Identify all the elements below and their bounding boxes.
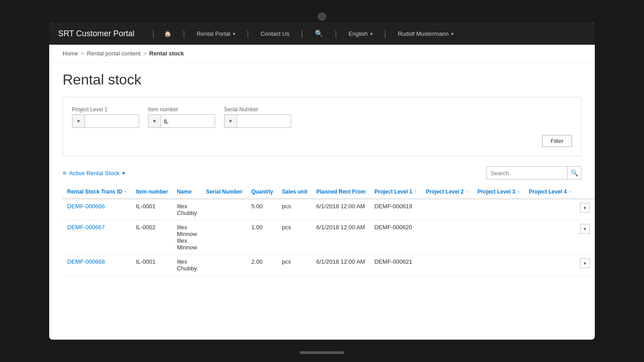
search-button[interactable]: 🔍 — [567, 166, 581, 180]
filter-input-wrap-serial-number: ▼ — [224, 114, 291, 128]
expand-button-1[interactable]: ▾ — [580, 224, 590, 234]
cell-serial-number-0 — [202, 199, 247, 220]
filter-button[interactable]: Filter — [542, 135, 572, 147]
active-stock-button[interactable]: ≡ Active Rental Stock ▾ — [63, 169, 125, 177]
cell-project-level-3-0 — [473, 199, 524, 220]
cell-planned-rent-from-0: 6/1/2018 12:00 AM — [312, 199, 370, 220]
col-project-level-4[interactable]: Project Level 4 ↑ — [524, 185, 576, 199]
nav-user[interactable]: Rudolf Mustermann ▾ — [393, 27, 459, 41]
col-quantity[interactable]: Quantity — [247, 185, 278, 199]
nav-divider-1: | — [152, 29, 154, 38]
expand-button-0[interactable]: ▾ — [580, 203, 590, 213]
nav-divider-5: | — [335, 29, 337, 38]
page-title: Rental stock — [49, 63, 595, 93]
breadcrumb-rental-portal-content[interactable]: Rental portal content — [87, 50, 140, 57]
cell-project-level-1-2: DEMF-000621 — [370, 255, 421, 276]
nav-divider-2: | — [183, 29, 185, 38]
cell-project-level-2-2 — [421, 255, 473, 276]
tablet-home-button[interactable] — [300, 351, 344, 354]
col-project-level-3[interactable]: Project Level 3 ↑ — [473, 185, 524, 199]
col-project-level-2[interactable]: Project Level 2 ↑ — [421, 185, 473, 199]
nav-search-icon[interactable]: 🔍 — [309, 26, 329, 41]
filter-group-serial-number: Serial Number ▼ — [224, 106, 291, 128]
filter-group-project-level-1: Project Level 1 ▼ — [72, 106, 139, 128]
filter-icon-serial-number[interactable]: ▼ — [225, 115, 237, 127]
cell-name-0: Illex Chubby — [173, 199, 202, 220]
cell-item-number-0: IL-0001 — [131, 199, 173, 220]
col-item-number[interactable]: Item number — [131, 185, 173, 199]
cell-sales-unit-0: pcs — [278, 199, 312, 220]
col-name[interactable]: Name — [173, 185, 202, 199]
col-project-level-1[interactable]: Project Level 1 ↑ — [370, 185, 421, 199]
cell-serial-number-2 — [202, 255, 247, 276]
cell-planned-rent-from-2: 6/1/2018 12:00 AM — [312, 255, 370, 276]
active-stock-caret: ▾ — [122, 170, 125, 177]
filter-btn-row: Filter — [72, 135, 572, 147]
nav-divider-3: | — [247, 29, 249, 38]
cell-expand-0: ▾ — [576, 199, 594, 220]
cell-project-level-4-1 — [524, 220, 576, 255]
cell-trans-id-2: DEMF-000668 — [63, 255, 131, 276]
col-trans-id[interactable]: Rental Stock Trans ID ↑ — [63, 185, 131, 199]
tablet-frame: SRT Customer Portal | 🏠 | Rental Portal … — [0, 0, 644, 362]
sort-icon-trans-id: ↑ — [125, 189, 127, 194]
cell-project-level-2-1 — [421, 220, 473, 255]
table-wrapper: Rental Stock Trans ID ↑ Item number Name… — [49, 185, 595, 276]
tablet-camera — [318, 13, 326, 21]
table-toolbar: ≡ Active Rental Stock ▾ 🔍 — [49, 161, 595, 185]
screen: SRT Customer Portal | 🏠 | Rental Portal … — [49, 22, 595, 340]
filter-input-serial-number[interactable] — [237, 115, 291, 127]
filter-section: Project Level 1 ▼ Item number ▼ — [63, 97, 581, 156]
col-planned-rent-from[interactable]: Planned Rent From — [312, 185, 370, 199]
table-body: DEMF-000666 IL-0001 Illex Chubby 5.00 pc… — [63, 199, 594, 276]
cell-project-level-3-2 — [473, 255, 524, 276]
cell-sales-unit-1: pcs — [278, 220, 312, 255]
nav-rental-portal[interactable]: Rental Portal ▾ — [191, 27, 241, 41]
breadcrumb-home[interactable]: Home — [63, 50, 78, 57]
cell-name-1: Illex MinnowIllex Minnow — [173, 220, 202, 255]
expand-button-2[interactable]: ▾ — [580, 258, 590, 268]
cell-expand-1: ▾ — [576, 220, 594, 255]
breadcrumb-current: Rental stock — [149, 50, 184, 57]
nav-contact-us[interactable]: Contact Us — [255, 27, 295, 41]
nav-language[interactable]: English ▾ — [343, 27, 378, 41]
list-icon: ≡ — [63, 169, 66, 177]
cell-project-level-3-1 — [473, 220, 524, 255]
cell-quantity-2: 2.00 — [247, 255, 278, 276]
nav-home[interactable]: 🏠 — [159, 27, 177, 41]
filter-label-item-number: Item number — [148, 106, 215, 113]
filter-icon-item-number[interactable]: ▼ — [148, 115, 161, 127]
cell-name-2: Illex Chubby — [173, 255, 202, 276]
filter-group-item-number: Item number ▼ — [148, 106, 215, 128]
col-serial-number[interactable]: Serial Number — [202, 185, 247, 199]
filter-input-project-level-1[interactable] — [85, 115, 139, 127]
cell-project-level-2-0 — [421, 199, 473, 220]
nav-rental-portal-label: Rental Portal — [197, 30, 230, 37]
table-header: Rental Stock Trans ID ↑ Item number Name… — [63, 185, 594, 199]
cell-trans-id-1: DEMF-000667 — [63, 220, 131, 255]
cell-project-level-4-0 — [524, 199, 576, 220]
cell-project-level-4-2 — [524, 255, 576, 276]
filter-input-wrap-project-level-1: ▼ — [72, 114, 139, 128]
filter-input-item-number[interactable] — [161, 115, 215, 127]
nav-user-label: Rudolf Mustermann — [398, 30, 449, 37]
sort-icon-proj3: ↑ — [517, 189, 520, 194]
nav-bar: SRT Customer Portal | 🏠 | Rental Portal … — [49, 22, 595, 45]
nav-language-label: English — [348, 30, 368, 37]
filter-icon-project-level-1[interactable]: ▼ — [72, 115, 85, 127]
cell-planned-rent-from-1: 6/1/2018 12:00 AM — [312, 220, 370, 255]
cell-trans-id-0: DEMF-000666 — [63, 199, 131, 220]
search-input[interactable] — [487, 166, 567, 180]
link-trans-id-2[interactable]: DEMF-000668 — [67, 258, 105, 265]
cell-quantity-0: 5.00 — [247, 199, 278, 220]
table-row: DEMF-000667 IL-0002 Illex MinnowIllex Mi… — [63, 220, 594, 255]
cell-serial-number-1 — [202, 220, 247, 255]
nav-divider-4: | — [301, 29, 303, 38]
link-trans-id-0[interactable]: DEMF-000666 — [67, 203, 105, 210]
table-row: DEMF-000668 IL-0001 Illex Chubby 2.00 pc… — [63, 255, 594, 276]
cell-expand-2: ▾ — [576, 255, 594, 276]
link-trans-id-1[interactable]: DEMF-000667 — [67, 224, 105, 231]
search-wrap: 🔍 — [487, 166, 581, 180]
col-sales-unit[interactable]: Sales unit — [278, 185, 312, 199]
data-table: Rental Stock Trans ID ↑ Item number Name… — [63, 185, 594, 276]
